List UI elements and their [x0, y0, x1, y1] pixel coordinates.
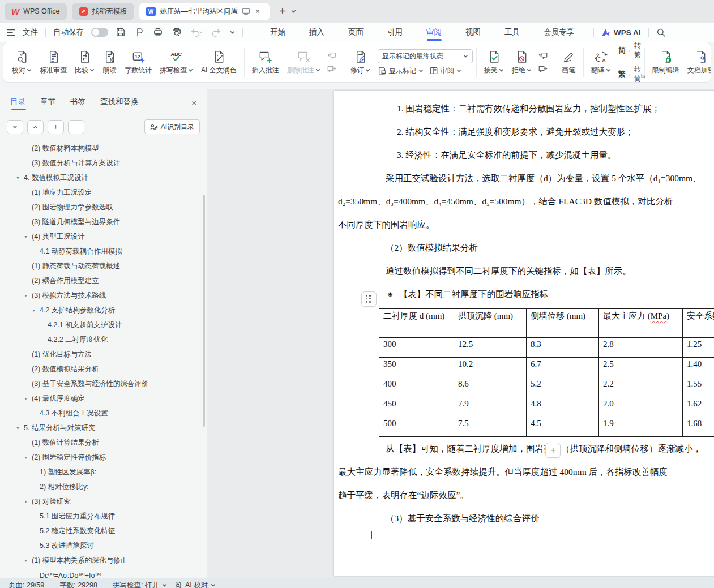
ai-proofread-status[interactable]: AI 校对: [174, 581, 216, 588]
accept-revision-button[interactable]: 接受: [480, 48, 508, 77]
new-tab-button[interactable]: +: [279, 6, 286, 17]
toc-item[interactable]: ▼ (1) 模型本构关系的深化与修正: [0, 553, 207, 568]
spellcheck-status[interactable]: 拼写检查: 打开: [113, 581, 167, 588]
menu-tab[interactable]: 视图: [454, 23, 493, 42]
navigation-tab[interactable]: 查找和替换: [100, 97, 139, 110]
toc-item[interactable]: ▼ 4.2.2 二衬厚度优化: [0, 332, 207, 347]
word-count-button[interactable]: 12 字数统计: [121, 48, 156, 77]
autosave-toggle[interactable]: [91, 28, 108, 37]
toc-item[interactable]: ▼ (4) 典型工况设计: [0, 229, 207, 244]
search-icon[interactable]: [656, 28, 666, 37]
zoom-in-toc-button[interactable]: ＋: [48, 120, 64, 134]
toc-item[interactable]: ▼ 1) 塑性区发展率β:: [0, 465, 207, 479]
ai-recognize-toc-button[interactable]: AI识别目录: [144, 119, 200, 134]
toc-item[interactable]: ▼ (2) 围岩稳定性评价指标: [0, 450, 207, 465]
table-drag-handle[interactable]: [361, 291, 377, 307]
print-icon[interactable]: [153, 27, 163, 37]
collapse-arrow-icon[interactable]: ▼: [16, 426, 24, 430]
save-icon[interactable]: [116, 27, 126, 37]
toc-item[interactable]: ▼ 5.3 改进措施探讨: [0, 538, 207, 553]
toc-item[interactable]: ▼ (2) 数值模拟结果分析: [0, 362, 207, 376]
toc-item[interactable]: ▼ (3) 模拟方法与技术路线: [0, 288, 207, 303]
delete-comment-button[interactable]: 删除批注: [283, 48, 324, 77]
show-markup-button[interactable]: 显示标记: [378, 66, 424, 76]
standard-review-button[interactable]: 标准审查: [36, 48, 71, 77]
menu-tab[interactable]: 会员专享: [532, 23, 586, 42]
navigation-tab[interactable]: 目录: [10, 97, 25, 110]
next-revision-icon[interactable]: [538, 65, 548, 74]
insert-comment-button[interactable]: 插入批注: [248, 48, 283, 77]
undo-icon[interactable]: [190, 27, 203, 37]
translate-button[interactable]: 文 A 翻译: [587, 48, 615, 77]
toc-item[interactable]: ▼ (3) 对策研究: [0, 494, 207, 509]
menu-tab[interactable]: 引用: [375, 23, 414, 42]
tab-list-chevron-icon[interactable]: [291, 9, 296, 14]
collapse-arrow-icon[interactable]: ▼: [32, 308, 40, 312]
toc-item[interactable]: ▼ Dε⁽ᵉ⁾=Λσ:Dσ⁽ᵉ⁾+fσ⁽ᵉ⁾: [0, 568, 207, 578]
to-traditional-button[interactable]: 简→ 转繁: [618, 42, 641, 60]
dialog-launcher-icon[interactable]: [640, 73, 646, 79]
toc-item[interactable]: ▼ (1) 优化目标与方法: [0, 347, 207, 362]
tab-document-active[interactable]: W 姚庄站—七里沟站区间盾构隧 ×: [139, 3, 270, 20]
toc-item[interactable]: ▼ 4.1 动静荷载耦合作用模拟: [0, 244, 207, 259]
ai-polish-button[interactable]: AI 全文润色: [197, 48, 241, 77]
file-menu[interactable]: 文件: [23, 27, 38, 37]
menu-tab[interactable]: 插入: [297, 23, 336, 42]
navigation-tab[interactable]: 书签: [70, 97, 85, 110]
to-simplified-button[interactable]: 繁→ 转简: [618, 65, 641, 83]
hamburger-menu-icon[interactable]: [7, 29, 15, 36]
markup-state-dropdown[interactable]: 显示标记的最终状态: [378, 49, 473, 63]
read-aloud-button[interactable]: 朗读: [99, 48, 121, 77]
collapse-arrow-icon[interactable]: ▼: [24, 294, 32, 298]
spell-check-button[interactable]: ABC 拼写检查: [156, 48, 197, 77]
close-pane-icon[interactable]: ×: [191, 98, 196, 110]
toc-item[interactable]: ▼ (3) 数值分析与计算方案设计: [0, 156, 207, 170]
toc-item[interactable]: ▼ (2) 围岩物理力学参数选取: [0, 200, 207, 214]
collapse-all-button[interactable]: [7, 120, 23, 134]
page-indicator[interactable]: 页面: 29/59: [8, 581, 44, 588]
expand-all-button[interactable]: [27, 120, 44, 134]
export-pdf-icon[interactable]: [134, 27, 144, 37]
toc-item[interactable]: ▼ 5. 结果分析与对策研究: [0, 420, 207, 435]
pen-button[interactable]: 画笔: [558, 48, 580, 77]
tab-wps-home[interactable]: W WPS Office: [5, 3, 67, 20]
toc-item[interactable]: ▼ (2) 数值材料本构模型: [0, 141, 207, 156]
restrict-editing-button[interactable]: 限制编辑: [648, 48, 683, 77]
toc-item[interactable]: ▼ 4.3 不利组合工况设置: [0, 406, 207, 420]
table-insert-row-button[interactable]: ＋: [545, 443, 561, 458]
track-changes-button[interactable]: 修订: [347, 48, 374, 77]
toc-item[interactable]: ▼ 5.1 围岩应力重分布规律: [0, 509, 207, 523]
document-page[interactable]: 1. 围岩稳定性：二衬需有效传递和分散围岩应力，控制塑性区扩展； 2. 结构安全…: [334, 91, 714, 576]
share-screen-icon[interactable]: [242, 8, 250, 15]
collapse-arrow-icon[interactable]: ▼: [24, 235, 32, 239]
compare-button[interactable]: 比较: [71, 48, 99, 77]
collapse-arrow-icon[interactable]: ▼: [24, 456, 32, 460]
proofread-button[interactable]: 校对: [8, 48, 36, 77]
next-comment-icon[interactable]: [327, 65, 337, 74]
collapse-arrow-icon[interactable]: ▼: [24, 500, 32, 504]
menu-tab[interactable]: 工具: [493, 23, 532, 42]
word-count-indicator[interactable]: 字数: 29298: [59, 581, 97, 588]
toc-item[interactable]: ▼ 4.2.1 初支超前支护设计: [0, 317, 207, 332]
navigation-tab[interactable]: 章节: [40, 97, 55, 110]
wps-ai-button[interactable]: WPS AI: [601, 28, 641, 37]
toc-item[interactable]: ▼ (2) 耦合作用模型建立: [0, 273, 207, 288]
toc-item[interactable]: ▼ 2) 相对位移比γ:: [0, 479, 207, 494]
collapse-arrow-icon[interactable]: ▼: [16, 176, 24, 180]
toc-item[interactable]: ▼ 4. 数值模拟工况设计: [0, 170, 207, 185]
toolbar-more-chevron-icon[interactable]: [230, 30, 235, 35]
toc-item[interactable]: ▼ (1) 数值计算结果分析: [0, 435, 207, 450]
toc-item[interactable]: ▼ (1) 静态荷载与动态荷载概述: [0, 259, 207, 273]
menu-tab[interactable]: 页面: [336, 23, 375, 42]
collapse-arrow-icon[interactable]: ▼: [24, 397, 32, 401]
previous-comment-icon[interactable]: [327, 51, 337, 60]
previous-revision-icon[interactable]: [538, 51, 548, 60]
redo-icon[interactable]: [211, 27, 221, 37]
toc-item[interactable]: ▼ (3) 隧道几何模型与边界条件: [0, 214, 207, 229]
tab-docer-templates[interactable]: 找稻壳模板: [72, 3, 135, 20]
zoom-out-toc-button[interactable]: －: [68, 120, 84, 134]
results-table[interactable]: 二衬厚度 d (mm) 拱顶沉降 (mm) 侧墙位移 (mm) 最大主应力 (M…: [379, 308, 714, 437]
toc-item[interactable]: ▼ (3) 基于安全系数与经济性的综合评价: [0, 376, 207, 391]
close-tab-icon[interactable]: ×: [255, 7, 260, 16]
toc-item[interactable]: ▼ (4) 最优厚度确定: [0, 391, 207, 406]
